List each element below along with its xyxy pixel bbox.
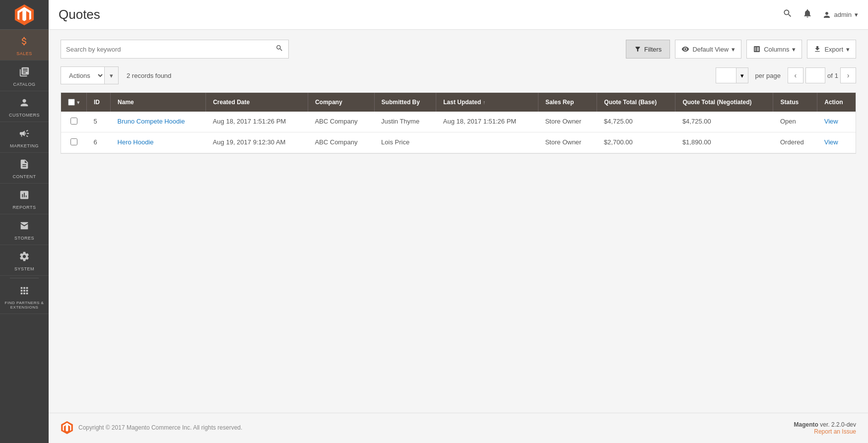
sidebar-logo <box>0 0 49 30</box>
footer: Copyright © 2017 Magento Commerce Inc. A… <box>49 413 868 443</box>
records-count: 2 records found <box>127 72 171 79</box>
sidebar-item-reports-label: REPORTS <box>13 205 36 210</box>
row-id: 6 <box>87 132 111 153</box>
filter-button[interactable]: Filters <box>626 40 670 59</box>
sidebar-item-partners-label: FIND PARTNERS & EXTENSIONS <box>2 301 46 310</box>
user-caret-icon: ▾ <box>855 11 858 18</box>
sidebar-item-system[interactable]: SYSTEM <box>0 245 49 276</box>
sidebar-item-marketing[interactable]: MARKETING <box>0 122 49 153</box>
sidebar-item-stores[interactable]: STORES <box>0 214 49 245</box>
sidebar-item-system-label: SYSTEM <box>14 266 34 271</box>
catalog-icon <box>19 66 30 80</box>
row-company: ABC Company <box>308 132 374 153</box>
row-checkbox[interactable] <box>70 118 77 125</box>
row-created-date: Aug 18, 2017 1:51:26 PM <box>206 112 308 132</box>
page-of-label: of <box>827 72 833 79</box>
user-name: admin <box>834 11 852 18</box>
th-submitted-by: Submitted By <box>374 93 436 112</box>
sidebar-item-customers-label: CUSTOMERS <box>9 113 40 118</box>
columns-button[interactable]: Columns ▾ <box>746 40 802 59</box>
row-name-link[interactable]: Hero Hoodie <box>118 138 154 146</box>
th-created-date[interactable]: Created Date <box>206 93 308 112</box>
footer-logo <box>61 421 73 434</box>
row-sales-rep: Store Owner <box>538 132 597 153</box>
per-page-input[interactable]: 20 <box>716 72 736 79</box>
main-content: Quotes admin ▾ <box>49 0 868 443</box>
user-menu[interactable]: admin ▾ <box>822 10 858 19</box>
sidebar-item-marketing-label: MARKETING <box>10 143 39 148</box>
actions-caret[interactable]: ▾ <box>104 67 118 84</box>
row-quote-total-negotiated: $1,890.00 <box>675 132 773 153</box>
footer-copyright: Copyright © 2017 Magento Commerce Inc. A… <box>78 424 242 431</box>
customers-icon <box>19 97 30 111</box>
th-last-updated[interactable]: Last Updated ↑ <box>436 93 538 112</box>
page-input[interactable]: 1 <box>805 67 825 83</box>
row-submitted-by: Lois Price <box>374 132 436 153</box>
prev-page-button[interactable]: ‹ <box>788 67 803 83</box>
row-name-link[interactable]: Bruno Compete Hoodie <box>118 118 185 125</box>
sidebar-item-catalog-label: CATALOG <box>13 82 35 87</box>
report-issue-link[interactable]: Report an Issue <box>814 428 856 435</box>
footer-version-label: Magento ver. 2.2.0-dev <box>794 421 856 428</box>
topbar-right: admin ▾ <box>783 8 858 21</box>
per-page-select: 20 ▾ <box>716 67 748 83</box>
row-last-updated: Aug 18, 2017 1:51:26 PM <box>436 112 538 132</box>
partners-icon <box>19 285 30 299</box>
row-last-updated <box>436 132 538 153</box>
footer-right: Magento ver. 2.2.0-dev Report an Issue <box>794 421 856 435</box>
row-view-link[interactable]: View <box>824 118 838 125</box>
page-nav: ‹ 1 of 1 › <box>788 67 856 83</box>
row-submitted-by: Justin Thyme <box>374 112 436 132</box>
system-icon <box>19 251 30 264</box>
export-label: Export <box>824 46 843 53</box>
row-name: Bruno Compete Hoodie <box>111 112 206 132</box>
per-page-caret[interactable]: ▾ <box>736 68 748 83</box>
quotes-table: ▾ ID Name Created Date Company Submitted… <box>61 92 856 154</box>
sidebar-item-customers[interactable]: CUSTOMERS <box>0 91 49 122</box>
row-action: View <box>817 132 856 153</box>
toolbar-right: Filters Default View ▾ Columns ▾ Export … <box>626 40 856 59</box>
header-checkbox-caret[interactable]: ▾ <box>77 100 79 105</box>
table-row: 6 Hero Hoodie Aug 19, 2017 9:12:30 AM AB… <box>61 132 856 153</box>
actions-select[interactable]: Actions <box>61 67 104 84</box>
pagination: 20 ▾ per page ‹ 1 of 1 › <box>716 67 856 83</box>
th-sales-rep: Sales Rep <box>538 93 597 112</box>
th-quote-total-base: Quote Total (Base) <box>597 93 675 112</box>
reports-icon <box>19 190 30 203</box>
sidebar-item-content[interactable]: CONTENT <box>0 153 49 184</box>
page-title: Quotes <box>59 7 100 22</box>
sidebar-item-sales[interactable]: SALES <box>0 30 49 61</box>
search-input[interactable] <box>66 46 275 53</box>
row-view-link[interactable]: View <box>824 138 838 146</box>
row-id: 5 <box>87 112 111 132</box>
sidebar-item-content-label: CONTENT <box>13 174 36 179</box>
next-page-button[interactable]: › <box>840 67 856 83</box>
row-quote-total-negotiated: $4,725.00 <box>675 112 773 132</box>
row-status: Ordered <box>773 132 817 153</box>
sales-icon <box>19 36 30 49</box>
search-icon[interactable] <box>783 8 793 21</box>
filter-label: Filters <box>644 46 662 53</box>
sidebar-item-sales-label: SALES <box>16 51 32 56</box>
th-checkbox: ▾ <box>61 93 87 112</box>
footer-left: Copyright © 2017 Magento Commerce Inc. A… <box>61 421 242 434</box>
select-all-checkbox[interactable] <box>68 99 75 106</box>
sidebar-item-partners[interactable]: FIND PARTNERS & EXTENSIONS <box>0 280 49 314</box>
total-pages: 1 <box>835 72 838 79</box>
default-view-button[interactable]: Default View ▾ <box>675 40 741 59</box>
columns-caret-icon: ▾ <box>792 46 796 53</box>
search-toolbar: Filters Default View ▾ Columns ▾ Export … <box>61 40 856 59</box>
sidebar-item-reports[interactable]: REPORTS <box>0 184 49 214</box>
th-company: Company <box>308 93 374 112</box>
sidebar-item-catalog[interactable]: CATALOG <box>0 61 49 91</box>
export-button[interactable]: Export ▾ <box>807 40 856 59</box>
default-view-label: Default View <box>692 46 729 53</box>
search-box <box>61 40 289 59</box>
row-checkbox[interactable] <box>70 138 77 145</box>
export-caret-icon: ▾ <box>846 46 850 53</box>
marketing-icon <box>19 128 30 141</box>
search-button[interactable] <box>275 44 283 54</box>
content-icon <box>19 159 30 172</box>
notifications-icon[interactable] <box>802 8 812 21</box>
row-checkbox-cell <box>61 132 87 153</box>
